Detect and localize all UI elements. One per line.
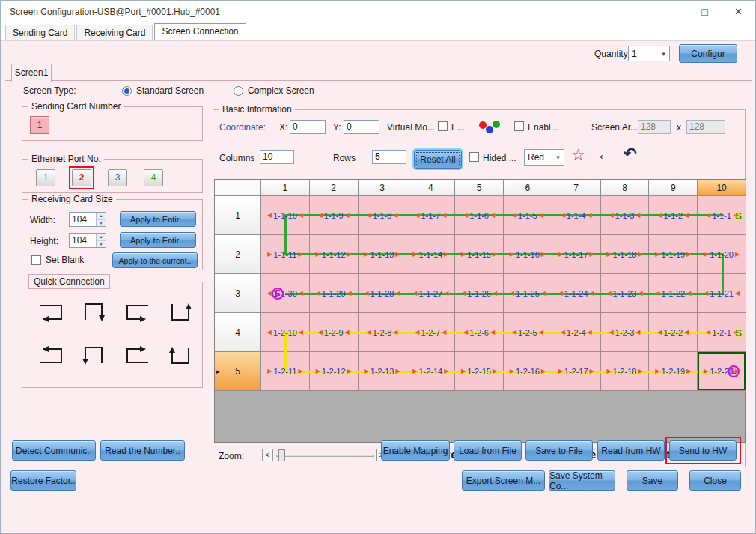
v-snake-from-bottom-right-icon[interactable] [165, 342, 198, 369]
grid-cell-1-1-30[interactable]: ◀1-1-30◀E [261, 274, 310, 313]
export-screen-button[interactable]: Export Screen M... [462, 470, 545, 491]
h-snake-from-bottom-right-icon[interactable] [34, 342, 67, 369]
grid-cell-1-1-17[interactable]: ▶1-1-17▶ [552, 235, 601, 274]
grid-cell-1-1-28[interactable]: ◀1-1-28◀ [359, 274, 407, 313]
sending-card-1-button[interactable]: 1 [30, 116, 49, 134]
grid-cell-1-2-14[interactable]: ▶1-2-14▶ [406, 352, 455, 391]
grid-cell-1-2-16[interactable]: ▶1-2-16▶ [504, 352, 552, 391]
grid-cell-1-1-26[interactable]: ◀1-1-26◀ [455, 274, 504, 313]
h-snake-from-bottom-left-icon[interactable] [121, 342, 154, 369]
grid-col-header-8[interactable]: 8 [601, 180, 650, 196]
read-from-hw-button[interactable]: Read from HW [597, 440, 665, 461]
grid-col-header-2[interactable]: 2 [310, 180, 359, 196]
grid-cell-1-1-29[interactable]: ◀1-1-29◀ [310, 274, 359, 313]
width-stepper[interactable]: 104 ▲▼ [69, 212, 106, 227]
grid-cell-1-1-19[interactable]: ▶1-1-19▶ [649, 235, 698, 274]
tab-sending-card[interactable]: Sending Card [5, 25, 75, 40]
enable-mapping-button[interactable]: Enable Mapping [381, 440, 450, 461]
load-from-file-button[interactable]: Load from File [454, 440, 522, 461]
v-snake-from-top-right-icon[interactable] [78, 342, 111, 369]
radio-standard-screen[interactable] [122, 86, 132, 96]
grid-row-header-3[interactable]: 3 [215, 274, 261, 313]
current-row-pointer-icon: ▸ [216, 368, 220, 375]
grid-cell-1-2-18[interactable]: ▶1-2-18▶ [601, 352, 650, 391]
tab-receiving-card[interactable]: Receiving Card [76, 25, 153, 40]
grid-cell-1-2-19[interactable]: ▶1-2-19▶ [649, 352, 698, 391]
detect-communication-button[interactable]: Detect Communic.. [12, 440, 96, 461]
minimize-icon[interactable]: — [654, 1, 688, 23]
x-input[interactable]: 0 [290, 120, 326, 134]
line-color-select[interactable]: Red ▾ [524, 149, 564, 166]
grid-cell-1-1-15[interactable]: ▶1-1-15▶ [455, 235, 504, 274]
grid-col-header-4[interactable]: 4 [406, 180, 455, 196]
port-1-button[interactable]: 1 [36, 169, 55, 186]
grid-col-header-3[interactable]: 3 [359, 180, 407, 196]
maximize-icon[interactable]: □ [688, 1, 722, 23]
radio-complex-screen[interactable] [234, 86, 243, 96]
reset-all-button[interactable]: Reset All [414, 150, 462, 169]
grid-col-header-9[interactable]: 9 [649, 180, 698, 196]
port-4-button[interactable]: 4 [144, 169, 163, 186]
quantity-select[interactable]: 1 ▾ [628, 46, 670, 61]
h-snake-from-top-left-icon[interactable] [121, 299, 154, 326]
grid-cell-1-2-15[interactable]: ▶1-2-15▶ [455, 352, 504, 391]
height-stepper[interactable]: 104 ▲▼ [69, 233, 106, 248]
e-checkbox[interactable] [438, 121, 448, 131]
v-snake-from-bottom-left-icon[interactable] [165, 299, 198, 326]
configure-button[interactable]: Configur [679, 44, 737, 63]
grid-col-header-6[interactable]: 6 [504, 180, 552, 196]
zoom-out-button[interactable]: < [262, 449, 273, 461]
hided-checkbox[interactable] [469, 152, 479, 162]
grid-cell-1-1-12[interactable]: ▶1-1-12▶ [310, 235, 359, 274]
grid-col-header-7[interactable]: 7 [552, 180, 601, 196]
undo-icon[interactable]: ↶ [624, 145, 637, 163]
grid-cell-1-1-23[interactable]: ◀1-1-23◀ [601, 274, 650, 313]
grid-cell-1-1-27[interactable]: ◀1-1-27◀ [406, 274, 455, 313]
save-system-config-button[interactable]: Save System Co... [549, 470, 615, 491]
grid-cell-1-2-20[interactable]: ▶1-2-20▶E [698, 352, 746, 391]
grid-cell-1-1-13[interactable]: ▶1-1-13▶ [359, 235, 407, 274]
back-arrow-icon[interactable]: ← [597, 145, 613, 164]
close-icon[interactable]: × [722, 1, 755, 23]
save-to-file-button[interactable]: Save to File [525, 440, 593, 461]
grid-cell-1-1-16[interactable]: ▶1-1-16▶ [504, 235, 552, 274]
grid-row-header-5[interactable]: ▸5 [215, 352, 261, 391]
tab-screen1[interactable]: Screen1 [11, 64, 52, 82]
apply-current-button[interactable]: Apply to the current.. [112, 252, 198, 268]
grid-row-header-4[interactable]: 4 [215, 313, 261, 352]
rows-input[interactable]: 5 [372, 150, 406, 164]
close-button[interactable]: Close [689, 470, 741, 491]
grid-cell-1-1-18[interactable]: ▶1-1-18▶ [601, 235, 650, 274]
stepper-arrows-icon[interactable]: ▲▼ [96, 234, 106, 247]
connection-grid[interactable]: 123456789101◀1-1-10◀◀1-1-9◀◀1-1-8◀◀1-1-7… [214, 179, 746, 443]
grid-cell-1-1-25[interactable]: ◀1-1-25◀ [504, 274, 552, 313]
mark-star-icon[interactable]: ☆ [571, 146, 585, 164]
stepper-arrows-icon[interactable]: ▲▼ [96, 213, 106, 226]
zoom-slider[interactable] [276, 455, 374, 457]
grid-col-header-10[interactable]: 10 [698, 180, 746, 196]
enable-checkbox[interactable] [514, 121, 524, 131]
save-button[interactable]: Save [627, 470, 678, 491]
v-snake-from-top-left-icon[interactable] [78, 299, 111, 326]
h-snake-from-top-right-icon[interactable] [34, 299, 67, 326]
grid-row-header-1[interactable]: 1 [215, 196, 261, 235]
grid-col-header-5[interactable]: 5 [455, 180, 504, 196]
grid-col-header-1[interactable]: 1 [261, 180, 310, 196]
zoom-slider-thumb[interactable] [278, 449, 285, 461]
grid-row-header-2[interactable]: 2 [215, 235, 261, 274]
grid-cell-1-1-14[interactable]: ▶1-1-14▶ [406, 235, 455, 274]
apply-height-button[interactable]: Apply to Entir... [120, 232, 196, 248]
set-blank-checkbox[interactable] [31, 255, 41, 265]
grid-cell-1-1-24[interactable]: ◀1-1-24◀ [552, 274, 601, 313]
grid-cell-1-2-13[interactable]: ▶1-2-13▶ [359, 352, 407, 391]
port-3-button[interactable]: 3 [108, 169, 127, 186]
tab-screen-connection[interactable]: Screen Connection [154, 23, 246, 40]
grid-cell-1-2-17[interactable]: ▶1-2-17▶ [552, 352, 601, 391]
grid-cell-1-2-12[interactable]: ▶1-2-12▶ [310, 352, 359, 391]
columns-input[interactable]: 10 [260, 150, 294, 164]
y-input[interactable]: 0 [344, 120, 379, 134]
restore-factory-button[interactable]: Restore Factor.. [10, 470, 76, 491]
apply-width-button[interactable]: Apply to Entir... [120, 211, 196, 227]
read-number-button[interactable]: Read the Number.. [100, 440, 185, 461]
grid-cell-1-1-22[interactable]: ◀1-1-22◀ [649, 274, 698, 313]
